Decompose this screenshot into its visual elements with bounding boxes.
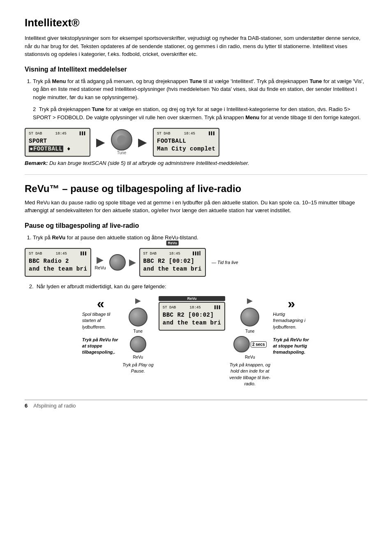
revu-section-title: Pause og tilbagespoling af live-radio (25, 222, 367, 229)
revu-lcd1-right: 18:45 (56, 251, 67, 257)
lcd2-signal: ▌▌▌ (209, 131, 215, 137)
page-footer: 6 Afspilning af radio (25, 400, 367, 409)
fastforward-section: » Hurtig fremadsøgning i lydbufferen. Tr… (273, 296, 310, 356)
right-knobs: ▶ Tune 2 secs ReVu Tryk på knappen, og h… (229, 296, 270, 387)
intellitext-steps: Tryk på Menu for at få adgang på menuen,… (33, 77, 367, 122)
intellitext-diagram: ST DAB 18:45 ▌▌▌ SPORT ●FOOTBALL ♦ ▶ Tun… (25, 128, 367, 157)
lcd1-line2: ●FOOTBALL ♦ (29, 145, 86, 153)
left-tune-label: Tune (134, 329, 143, 334)
lcd-sport: ST DAB 18:45 ▌▌▌ SPORT ●FOOTBALL ♦ (25, 128, 90, 157)
rewind-bold: Tryk på ReVu for at stoppe tilbagespolin… (82, 337, 118, 355)
step1-tune: Tune (189, 78, 202, 84)
tid-fra-live: — Tid fra live (212, 260, 238, 265)
fastforward-bold: Tryk på ReVu for at stoppe hurtig fremad… (273, 337, 309, 355)
step-2: 2 Tryk på Tryk på drejeknappen Tune for … (25, 105, 367, 121)
step2-text: Tryk på drejeknappen Tune for at vælge e… (33, 106, 361, 120)
right-tune-knob[interactable] (240, 308, 259, 327)
revu-knob[interactable] (109, 254, 126, 271)
revu-step-1: Tryk på ReVu for at pause den aktuelle s… (33, 234, 367, 242)
revu-lcd1-signal: ▌▌▌ (81, 251, 87, 257)
revu-badge: ReVu (166, 241, 179, 246)
fastforward-text: Hurtig fremadsøgning i lydbufferen. Tryk… (273, 311, 310, 356)
visning-title: Visning af Intellitext meddelelser (25, 66, 367, 73)
right-revu-label: ReVu (245, 355, 255, 359)
arrow-right-2: ▶ (138, 135, 147, 149)
center-lcd: ST DAB 18:45 ▌▌▌ BBC R2 [00:02] and the … (159, 302, 225, 331)
intellitext-note: Bemærk: Du kan bruge textSCAN (side 5) t… (25, 160, 367, 166)
step2-num: 2 (33, 106, 36, 112)
intellitext-intro: Intellitext giver tekstoplysninger som f… (25, 34, 367, 58)
page-number: 6 (25, 403, 28, 409)
revu-step2-text: 2. Når lyden er afbrudt midlertidigt, ka… (25, 283, 367, 290)
revu-lcd1-line2: and the team bri (29, 265, 87, 273)
left-revu-label: ReVu (133, 355, 143, 359)
lcd2-line1: FOOTBALL (157, 137, 215, 146)
revu-lcd2-line2: and the team bri (143, 265, 202, 273)
revu-lcd2-line1: BBC R2 [00:02] (143, 257, 202, 266)
lcd1-header-left: ST DAB (29, 131, 42, 137)
lcd-football: ST DAB 18:45 ▌▌▌ FOOTBALL Man City compl… (153, 128, 219, 157)
hold-text: Tryk på knappen, og hold den inde for at… (229, 362, 270, 387)
revu-bottom-diagram: « Spol tilbage til starten af lydbuffere… (25, 296, 367, 387)
tune-knob-container: Tune (111, 129, 132, 155)
fastforward-icon: » (288, 296, 295, 311)
note-text: Du kan bruge textSCAN (side 5) til at af… (48, 160, 249, 166)
play-pause-text: Tryk på Play og Pause. (122, 362, 154, 375)
revu-steps: Tryk på ReVu for at pause den aktuelle s… (33, 234, 367, 242)
lcd2-line2: Man City complet (157, 145, 215, 153)
lcd1-header-right: 18:45 (55, 131, 67, 137)
revu-step1-bold: ReVu (52, 234, 65, 241)
arrow-right-1: ▶ (96, 135, 105, 149)
rewind-section: « Spol tilbage til starten af lydbuffere… (82, 296, 119, 356)
revu-intro: Med ReVu kan du pause radio og spole til… (25, 199, 367, 215)
revu-step1-b: for at pause den aktuelle station og åbn… (65, 234, 198, 241)
step1-tune2: Tune (309, 78, 322, 84)
lcd2-header-left: ST DAB (157, 131, 170, 137)
left-tune-knob[interactable] (129, 308, 148, 327)
revu-lcd2-left: ST DAB (143, 251, 157, 257)
step-1: Tryk på Menu for at få adgang på menuen,… (33, 77, 367, 102)
secs-badge: 2 secs (251, 341, 267, 347)
step1-text-b: for at få adgang på menuen, og brug drej… (66, 78, 189, 84)
center-revu-badge: ReVu (159, 296, 225, 301)
center-lcd-container: ReVu ST DAB 18:45 ▌▌▌ BBC R2 [00:02] and… (159, 296, 225, 331)
revu-arrow-container: ▶ ReVu (95, 255, 106, 270)
lcd-bbc-r2: ST DAB 18:45 ▌▌▌▍ BBC R2 [00:02] and the… (139, 248, 206, 277)
intellitext-title: Intellitext® (25, 16, 367, 29)
lcd1-line1: SPORT (29, 137, 86, 146)
revu-lcd2-right: 18:45 (169, 251, 180, 257)
step1-menu: Menu (52, 78, 66, 84)
right-arrow: ▶ (247, 296, 253, 305)
step1-text-c: til at vælge 'Intellitext'. Tryk på drej… (202, 78, 309, 84)
arrow-right-revu: ▶ (129, 257, 136, 268)
note-bold: Bemærk: (25, 160, 48, 166)
right-revu-knob[interactable] (233, 336, 250, 352)
step1-text-a: Tryk på (33, 78, 52, 84)
tune-label: Tune (117, 151, 126, 155)
tune-knob[interactable] (111, 129, 132, 151)
revu-lcd2-container: ReVu ST DAB 18:45 ▌▌▌▍ BBC R2 [00:02] an… (139, 248, 206, 277)
lcd1-signal: ▌▌▌ (80, 131, 86, 137)
rewind-text: Spol tilbage til starten af lydbufferen.… (82, 311, 119, 356)
revu-title: ReVu™ – pause og tilbagespoling af live-… (25, 183, 367, 195)
center-lcd-line1: BBC R2 [00:02] (163, 311, 221, 320)
lcd-bbc-radio: ST DAB 18:45 ▌▌▌ BBC Radio 2 and the tea… (25, 248, 91, 277)
revu-lcd1-line1: BBC Radio 2 (29, 257, 87, 266)
center-lcd-line2: and the team bri (163, 319, 221, 327)
lcd2-header-right: 18:45 (184, 131, 195, 137)
left-arrow: ▶ (135, 296, 141, 305)
revu-lcd2-signal: ▌▌▌▍ (193, 251, 202, 257)
lcd1-line2-text: ●FOOTBALL (29, 146, 63, 152)
left-knobs: ▶ Tune ReVu Tryk på Play og Pause. (122, 296, 154, 375)
section-divider (25, 174, 367, 175)
revu-label: ReVu (95, 265, 106, 270)
left-revu-knob[interactable] (130, 336, 146, 352)
right-tune-label: Tune (245, 329, 254, 334)
page-label: Afspilning af radio (33, 403, 76, 409)
revu-arrow: ▶ (97, 255, 104, 265)
revu-lcd1-left: ST DAB (29, 251, 42, 257)
revu-step1-a: Tryk på (33, 234, 52, 241)
rewind-icon: « (97, 296, 104, 311)
revu-diagram-1: ST DAB 18:45 ▌▌▌ BBC Radio 2 and the tea… (25, 248, 367, 277)
